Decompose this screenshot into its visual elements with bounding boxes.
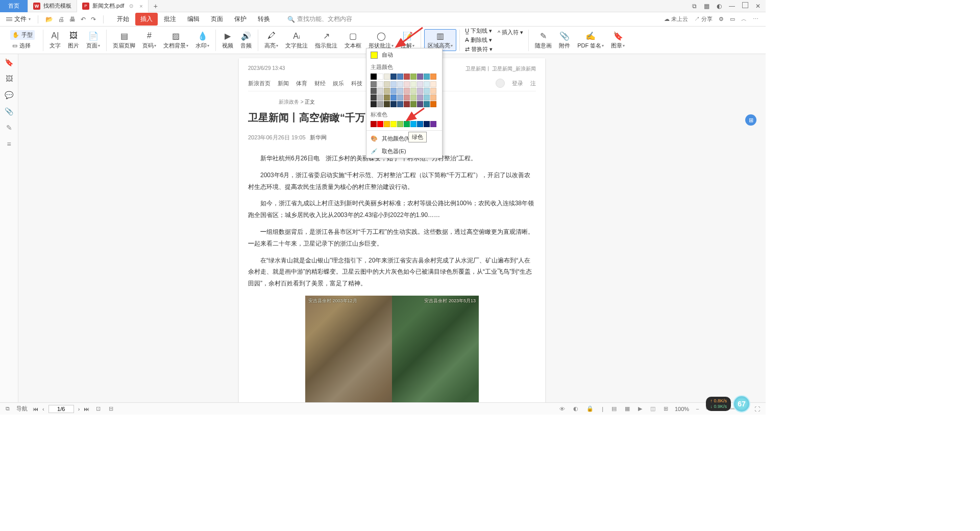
doc-background[interactable]: ▨文档背景▾ bbox=[160, 30, 191, 51]
first-page-icon[interactable]: ⏮ bbox=[33, 406, 38, 412]
color-swatch[interactable] bbox=[417, 94, 423, 101]
color-swatch[interactable] bbox=[390, 81, 397, 87]
shape-annotation[interactable]: ◯形状批注▾ bbox=[365, 30, 397, 51]
signature-panel-icon[interactable]: ✎ bbox=[5, 124, 13, 132]
color-swatch[interactable] bbox=[397, 81, 403, 87]
color-swatch[interactable] bbox=[397, 94, 403, 101]
eye-icon[interactable]: 👁 bbox=[558, 406, 567, 412]
next-page-icon[interactable]: › bbox=[78, 406, 80, 412]
zoom-out-icon[interactable]: − bbox=[694, 406, 700, 412]
view-1[interactable]: ▤ bbox=[610, 405, 618, 412]
search-box[interactable]: 🔍 查找功能、文档内容 bbox=[287, 15, 352, 23]
underline[interactable]: U̲下划线▾ bbox=[463, 27, 495, 35]
color-swatch[interactable] bbox=[377, 101, 383, 107]
color-swatch[interactable] bbox=[430, 74, 436, 80]
color-swatch[interactable] bbox=[430, 121, 436, 127]
page-number[interactable]: #页码▾ bbox=[139, 30, 159, 51]
cloud-status[interactable]: ☁ 未上云 bbox=[664, 15, 688, 23]
color-swatch[interactable] bbox=[417, 81, 423, 87]
color-swatch[interactable] bbox=[404, 74, 410, 80]
color-swatch[interactable] bbox=[384, 121, 390, 127]
window-mode-icon[interactable]: ▭ bbox=[730, 16, 735, 22]
color-swatch[interactable] bbox=[390, 101, 397, 107]
color-swatch[interactable] bbox=[397, 101, 403, 107]
header-footer[interactable]: ▤页眉页脚 bbox=[110, 30, 138, 51]
color-swatch[interactable] bbox=[371, 81, 377, 87]
settings-icon[interactable]: ⚙ bbox=[719, 16, 724, 22]
watermark[interactable]: 💧水印▾ bbox=[192, 30, 212, 51]
insert-audio[interactable]: 🔊音频 bbox=[237, 30, 255, 51]
tab-home[interactable]: 首页 bbox=[0, 0, 28, 12]
text-annotation[interactable]: Aᵢ文字批注 bbox=[282, 30, 311, 51]
tab-document[interactable]: P 新闻文档.pdf ⊙ × bbox=[77, 0, 149, 12]
color-swatch[interactable] bbox=[397, 74, 403, 80]
stamp[interactable]: 🔖图章▾ bbox=[608, 30, 628, 51]
color-swatch[interactable] bbox=[424, 81, 430, 87]
color-swatch[interactable] bbox=[404, 88, 410, 94]
floating-action-button[interactable]: ⊞ bbox=[745, 114, 756, 126]
hand-mode[interactable]: ✋ 手型 bbox=[10, 30, 35, 40]
page-input[interactable] bbox=[48, 405, 74, 413]
tab-protect[interactable]: 保护 bbox=[229, 13, 252, 26]
color-swatch[interactable] bbox=[384, 101, 390, 107]
more-icon[interactable]: ⋯ bbox=[753, 16, 758, 22]
comment-icon[interactable]: 💬 bbox=[5, 91, 13, 99]
color-auto[interactable]: 自动 bbox=[366, 49, 442, 61]
color-swatch[interactable] bbox=[410, 101, 416, 107]
prev-page-icon[interactable]: ‹ bbox=[42, 406, 44, 412]
layout-icon[interactable]: ⧉ bbox=[692, 3, 697, 10]
insert-video[interactable]: ▶视频 bbox=[219, 30, 236, 51]
tab-page[interactable]: 页面 bbox=[206, 13, 228, 26]
undo-icon[interactable]: ↶ bbox=[81, 16, 86, 23]
share-button[interactable]: ↗ 分享 bbox=[694, 15, 713, 23]
tab-convert[interactable]: 转换 bbox=[253, 13, 275, 26]
color-swatch[interactable] bbox=[390, 88, 397, 94]
tab-edit[interactable]: 编辑 bbox=[182, 13, 205, 26]
color-swatch[interactable] bbox=[424, 74, 430, 80]
color-swatch[interactable] bbox=[390, 74, 397, 80]
color-swatch[interactable] bbox=[404, 94, 410, 101]
night-icon[interactable]: ◐ bbox=[572, 405, 580, 412]
insert-page[interactable]: 📄页面▾ bbox=[83, 30, 103, 51]
fit-icon[interactable]: ⊡ bbox=[94, 405, 102, 412]
collapse-ribbon-icon[interactable]: ︿ bbox=[741, 15, 747, 23]
sidebar-toggle-icon[interactable]: ⧉ bbox=[4, 405, 11, 412]
pointer-annotation[interactable]: ↗指示批注 bbox=[312, 30, 340, 51]
color-swatch[interactable] bbox=[430, 94, 436, 101]
color-swatch[interactable] bbox=[417, 74, 423, 80]
highlight[interactable]: 🖍高亮▾ bbox=[261, 30, 281, 51]
insert-text[interactable]: A|文字 bbox=[46, 30, 64, 51]
color-swatch[interactable] bbox=[384, 88, 390, 94]
color-swatch[interactable] bbox=[377, 121, 383, 127]
color-swatch[interactable] bbox=[371, 88, 377, 94]
fullscreen-icon[interactable]: ⛶ bbox=[753, 406, 762, 412]
view-4[interactable]: ◫ bbox=[649, 405, 657, 412]
color-swatch[interactable] bbox=[377, 88, 383, 94]
color-swatch[interactable] bbox=[371, 74, 377, 80]
color-swatch[interactable] bbox=[430, 88, 436, 94]
add-tab-button[interactable]: + bbox=[149, 2, 163, 10]
color-swatch[interactable] bbox=[377, 81, 383, 87]
tab-start[interactable]: 开始 bbox=[112, 13, 134, 26]
color-swatch[interactable] bbox=[404, 101, 410, 107]
accelerator-badge[interactable]: 67 bbox=[733, 395, 750, 413]
zoom-level[interactable]: 100% bbox=[675, 406, 689, 412]
last-page-icon[interactable]: ⏭ bbox=[84, 406, 89, 412]
skin-icon[interactable]: ◐ bbox=[717, 3, 722, 10]
fit-width-icon[interactable]: ⊟ bbox=[107, 405, 115, 412]
nav-label[interactable]: 导航 bbox=[16, 405, 28, 413]
text-box[interactable]: ▢文本框 bbox=[341, 30, 364, 51]
tab-insert[interactable]: 插入 bbox=[135, 13, 158, 26]
maximize-button[interactable] bbox=[742, 2, 748, 10]
color-swatch[interactable] bbox=[384, 74, 390, 80]
grid-icon[interactable]: ▦ bbox=[704, 3, 709, 10]
color-swatch[interactable] bbox=[390, 121, 397, 127]
bookmark-icon[interactable]: 🔖 bbox=[5, 58, 13, 66]
color-swatch[interactable] bbox=[397, 121, 403, 127]
tab-annotate[interactable]: 批注 bbox=[159, 13, 181, 26]
color-swatch[interactable] bbox=[377, 74, 383, 80]
more-colors[interactable]: 🎨其他颜色(M)... bbox=[366, 132, 442, 145]
view-5[interactable]: ⊞ bbox=[662, 405, 670, 412]
layers-icon[interactable]: ≡ bbox=[5, 140, 13, 148]
color-swatch[interactable] bbox=[410, 81, 416, 87]
